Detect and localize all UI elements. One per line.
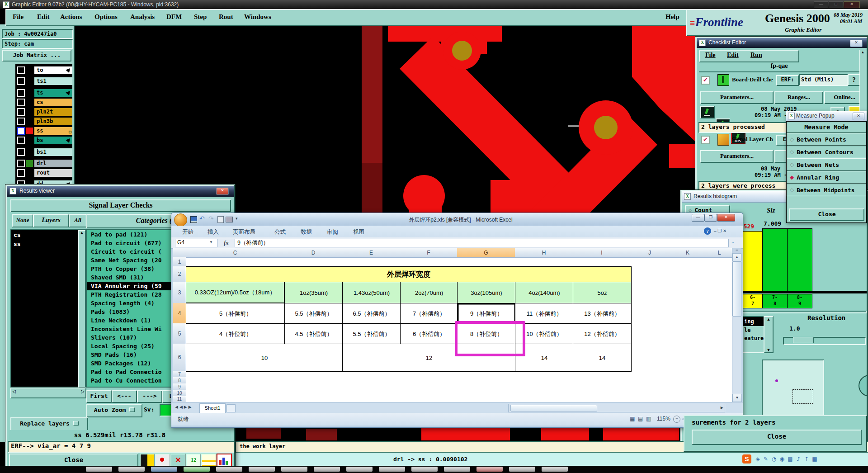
row-header-7[interactable]: 7 [173,371,186,378]
sheet-hscrollbar[interactable]: ▶ [508,404,725,412]
row-header-3[interactable]: 3 [173,282,186,303]
header-cell[interactable]: 2oz(70um) [400,282,458,304]
ranges-button[interactable]: Ranges... [774,91,823,104]
measure-option-between-contours[interactable]: ◇Between Contours [787,146,866,158]
row-header-5[interactable]: 5 [173,323,186,344]
layer-name[interactable]: pln3b [34,118,72,125]
tray-icon-keyboard[interactable]: ▤ [787,456,794,462]
workbook-window-icons[interactable]: ‒ ❐ ✕ [714,228,726,233]
layer-checkbox[interactable] [17,148,25,156]
layer-swatch[interactable] [26,137,33,144]
col-header-f[interactable]: F [400,248,458,258]
merged-cell[interactable]: 10 [186,344,343,372]
close-icon[interactable]: ✕ [850,39,863,47]
taskbar-button[interactable] [314,467,340,472]
layers-button[interactable]: Layers [33,214,69,227]
col-header-i[interactable]: I [573,248,631,258]
row-header-8[interactable]: 8 [173,377,186,384]
histogram-close-button[interactable]: Close [692,430,862,445]
close-icon[interactable]: ✕ [853,113,864,120]
resolution-slider[interactable] [783,337,866,345]
auto-zoom-button[interactable]: Auto Zoom [86,404,142,417]
layer-checkbox[interactable] [17,99,25,106]
minimize-icon[interactable]: — [814,1,828,8]
layer-row-pln3b[interactable]: pln3b [15,117,72,126]
row-header-4-selected[interactable]: 4 [173,303,186,324]
data-cell[interactable]: 5.5（补偿前） [284,303,343,324]
taskbar-button[interactable] [476,467,503,472]
minimize-icon[interactable]: — [692,214,704,222]
row-header-11[interactable]: 11 [173,396,186,402]
layer-row-drl[interactable]: drl [15,159,72,168]
check-label[interactable]: Signal Layer Ch [732,136,775,143]
layer-checkbox[interactable] [17,77,25,85]
zoom-level[interactable]: 115% [657,416,670,422]
layer-swatch[interactable] [26,67,33,74]
erf-button[interactable]: ERF: [776,75,799,86]
run-check-icon[interactable] [700,106,715,118]
excel-vscrollbar[interactable]: ═ ▲ ▼ [732,248,741,402]
help-icon[interactable]: ? [704,227,711,235]
menu-edit[interactable]: Edit [727,52,739,59]
col-header-j[interactable]: J [631,248,669,258]
scroll-up-icon[interactable]: ▲ [732,253,741,261]
header-cell[interactable]: 5oz [573,282,632,304]
name-box-dropdown-icon[interactable]: ▼ [209,240,213,244]
qat-dropdown-icon[interactable]: ▾ [236,216,238,221]
layer-row-to[interactable]: to [15,66,72,75]
hscroll-right-icon[interactable]: ▶ [721,406,723,410]
taskbar-button[interactable] [216,467,242,472]
col-header-e[interactable]: E [342,248,401,258]
data-cell[interactable]: 4（补偿前） [186,323,285,345]
layer-row-rout[interactable]: rout [15,169,72,177]
list-item[interactable]: le [743,326,764,334]
menu-rout[interactable]: Rout [219,13,233,21]
layer-name[interactable]: cs [34,99,72,106]
check-label[interactable]: Board-Drill Che [732,76,775,83]
layer-name[interactable]: ts1 [34,77,72,85]
tab-home[interactable]: 开始 [182,228,193,236]
checklist-titlebar[interactable]: X Checklist Editor ✕ [697,38,867,48]
measure-option-annular-ring[interactable]: ◆Annular Ring [787,171,866,184]
col-header-g-selected[interactable]: G [457,248,515,258]
taskbar-button[interactable] [118,467,145,472]
sheet-tab[interactable]: Sheet1 [199,403,226,413]
row-header-9[interactable]: 9 [173,383,186,390]
tray-icon-lang[interactable]: ◈ [754,456,761,462]
scroll-thumb[interactable] [732,261,741,317]
histogram-bar-6-7[interactable] [743,231,763,292]
maximize-icon[interactable]: □ [829,1,843,8]
layer-swatch[interactable] [26,90,33,96]
view-break-icon[interactable]: ▥ [646,416,651,422]
tray-icon-grid[interactable]: ▦ [811,456,818,462]
histogram-bar-8-9[interactable] [787,228,812,292]
col-header-c[interactable]: C [186,248,285,258]
redo-icon[interactable]: ↷ [208,215,214,222]
taskbar-button[interactable] [542,467,568,472]
view-layout-icon[interactable]: ▤ [638,416,643,422]
layer-name[interactable]: pln2t [34,108,72,116]
data-cell[interactable]: 13（补偿前） [573,303,632,324]
layer-name[interactable]: ss⊞ [34,127,72,135]
scroll-down-icon[interactable]: ▼ [732,394,742,402]
header-cell[interactable]: 4oz(140um) [515,282,574,304]
measure-titlebar[interactable]: X Measure Popup ✕ [786,111,867,122]
tab-insert[interactable]: 插入 [208,228,219,236]
close-icon[interactable]: ✕ [717,214,735,222]
tray-icon-mic[interactable]: ◉ [778,456,786,462]
layer-checkbox[interactable] [17,108,25,116]
layer-swatch[interactable] [26,99,33,106]
formula-expand-icon[interactable]: ⌄ [731,240,735,244]
close-icon[interactable]: ✕ [216,187,229,195]
none-button[interactable]: None [12,214,33,227]
results-viewer-titlebar[interactable]: X Results viewer ✕ [7,186,234,197]
header-cell[interactable]: 0.33OZ(12um)/0.5oz（18um） [186,282,284,303]
taskbar-button[interactable] [346,467,373,472]
measure-option-between-midpoints[interactable]: ◇Between Midpoints [787,184,866,196]
layer-checkbox[interactable] [17,160,25,167]
print-icon[interactable] [226,217,233,222]
taskbar-button[interactable] [249,467,275,472]
undo-icon[interactable]: ↶ [199,215,205,222]
result-layer-item[interactable]: cs [11,230,85,238]
measure-option-between-nets[interactable]: ◇Between Nets [787,158,866,171]
